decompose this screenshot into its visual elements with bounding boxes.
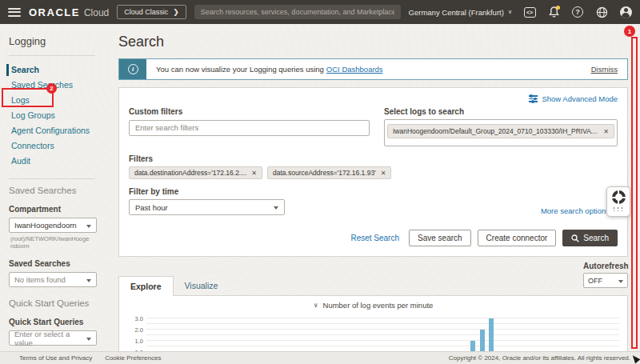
divider [9,178,95,179]
autorefresh-select[interactable]: OFF [583,273,628,288]
tab-bar: Explore Visualize [118,276,229,295]
sidebar-item-agent-configurations[interactable]: Agent Configurations [0,123,104,138]
close-icon[interactable]: ✕ [381,170,386,177]
chart-bar [489,318,494,351]
select-stepper-icon [274,205,278,210]
filter-by-time-select[interactable]: Past hour [129,199,285,215]
oracle-cloud-console: ORACLE Cloud Cloud Classic ❯ Germany Cen… [0,0,640,364]
saved-searches-select[interactable]: No items found [9,272,97,287]
compartment-select[interactable]: IwanHoogendoorn [9,218,97,233]
oracle-cloud-logo[interactable]: ORACLE Cloud [29,6,109,18]
terms-link[interactable]: Terms of Use and Privacy [19,354,92,362]
cookie-preferences-link[interactable]: Cookie Preferences [105,354,161,362]
annotation-rect-logs [2,88,54,107]
chevron-down-icon: ∨ [314,302,318,309]
magnifier-icon [571,234,579,242]
dismiss-link[interactable]: Dismiss [591,65,618,74]
filter-chips: data.destinationAddress='172.16.2.... ✕ … [129,166,618,179]
log-selection-chip[interactable]: IwanHoogendoorn/Default_Group_2024_0710_… [387,124,614,138]
hamburger-menu-icon[interactable] [8,8,21,17]
notifications-bell-icon[interactable] [547,6,560,18]
search-button[interactable]: Search [562,230,618,246]
grid-line [146,334,619,335]
tab-visualize[interactable]: Visualize [174,276,230,295]
log-events-chart: 0.01.02.03.0 [127,314,619,351]
grid-line [146,323,619,324]
drag-handle-icon[interactable] [614,207,624,211]
sidebar-item-log-groups[interactable]: Log Groups [0,108,104,123]
sidebar-item-connectors[interactable]: Connectors [0,138,104,154]
cloud-classic-button[interactable]: Cloud Classic ❯ [117,5,186,19]
cloud-shell-icon[interactable]: <> [523,6,536,18]
compartment-path: (root)/NETWORK/IwanHoogendoorn [10,235,92,250]
chart-y-axis: 0.01.02.03.0 [127,314,146,351]
chart-title: Number of log events per minute [323,301,434,310]
save-search-button[interactable]: Save search [409,230,471,246]
brand-oracle: ORACLE [29,6,80,18]
select-stepper-icon [86,336,91,341]
life-buoy-icon [612,190,626,204]
chart-bar [470,341,475,351]
info-banner: i You can now visualize your Logging que… [118,58,628,80]
annotation-rect-right [631,37,638,349]
page-title: Search [118,34,628,50]
sidebar-item-audit[interactable]: Audit [0,154,104,169]
language-globe-icon[interactable] [595,6,608,18]
info-icon: i [119,59,146,79]
quick-start-section-title: Quick Start Queries [0,298,104,308]
profile-avatar[interactable] [619,6,632,18]
reset-search-link[interactable]: Reset Search [350,234,399,242]
select-logs-label: Select logs to search [384,107,618,116]
saved-searches-section-title: Saved Searches [0,186,104,195]
sidebar-title: Logging [0,35,104,47]
notification-dot [556,6,560,10]
y-tick-label: 2.0 [135,326,143,334]
custom-filters-label: Custom filters [129,107,370,116]
chart-title-toggle[interactable]: ∨ Number of log events per minute [127,301,619,310]
quick-start-label: Quick Start Queries [0,318,104,326]
grid-line [146,346,619,346]
chart-plot [146,314,619,351]
grid-line [146,340,619,341]
sliders-icon [529,95,538,102]
chevron-down-icon: ∨ [508,9,512,15]
copyright-text: Copyright © 2024, Oracle and/or its affi… [449,354,630,362]
top-navigation-bar: ORACLE Cloud Cloud Classic ❯ Germany Cen… [0,0,640,24]
chart-bar [480,330,485,351]
help-icon[interactable]: ? [571,6,584,18]
y-tick-label: 1.0 [135,338,143,345]
close-icon[interactable]: ✕ [251,170,257,177]
region-selector[interactable]: Germany Central (Frankfurt) ∨ [409,8,512,17]
filters-label: Filters [129,154,618,163]
divider [9,55,95,56]
global-search-input[interactable] [194,5,401,19]
show-advanced-mode-link[interactable]: Show Advanced Mode [529,94,618,103]
select-logs-box[interactable]: IwanHoogendoorn/Default_Group_2024_0710_… [384,119,618,146]
sidebar: Logging Search Saved Searches Logs Log G… [0,24,104,351]
grid-line [146,318,619,318]
compartment-label: Compartment [0,205,104,214]
chevron-right-icon: ❯ [173,8,179,16]
close-icon[interactable]: ✕ [603,128,609,135]
search-filter-panel: Show Advanced Mode Custom filters Select… [118,87,628,257]
assistant-widget[interactable] [606,186,630,217]
filter-chip-destination[interactable]: data.destinationAddress='172.16.2.... ✕ [129,166,262,179]
sidebar-nav: Search Saved Searches Logs Log Groups Ag… [0,62,104,169]
tab-explore[interactable]: Explore [118,276,174,296]
sidebar-item-search[interactable]: Search [0,62,104,78]
select-stepper-icon [86,278,91,282]
banner-text: You can now visualize your Logging queri… [156,65,324,74]
filter-chip-source[interactable]: data.sourceAddress='172.16.1.93' ✕ [267,166,391,179]
brand-cloud: Cloud [84,7,109,18]
y-tick-label: 3.0 [135,315,143,322]
custom-filters-input[interactable] [129,120,370,136]
filter-by-time-label: Filter by time [129,187,285,196]
grid-line [146,329,619,330]
quick-start-select[interactable]: Enter or select a value [9,330,97,346]
create-connector-button[interactable]: Create connector [478,230,557,246]
annotation-step-1: 1 [624,26,635,37]
oci-dashboards-link[interactable]: OCI Dashboards [326,65,383,74]
select-stepper-icon [618,278,623,283]
autorefresh-label: Autorefresh [583,262,628,270]
footer: Terms of Use and Privacy Cookie Preferen… [0,351,640,364]
